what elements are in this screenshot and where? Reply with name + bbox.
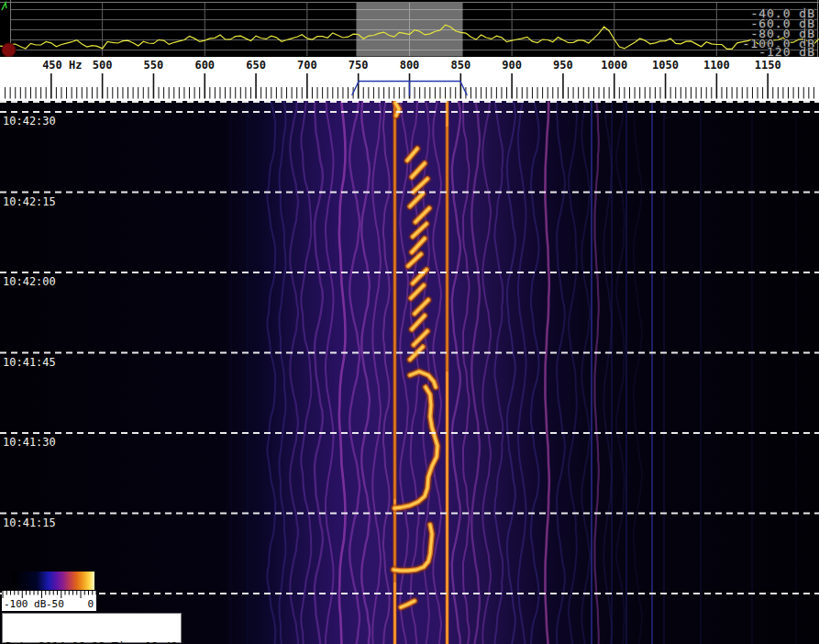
svg-text:-120 dB: -120 dB: [758, 45, 815, 58]
svg-text:1150: 1150: [755, 59, 781, 72]
status-date-time: Date=2014-06-29 Time=08:42: [6, 640, 179, 644]
color-scale-ruler: -100 dB -50 0: [2, 591, 96, 611]
frequency-ruler[interactable]: 450 Hz5005506006507007508008509009501000…: [0, 57, 819, 101]
record-indicator-dot: [2, 43, 16, 57]
svg-text:10:41:30: 10:41:30: [3, 436, 56, 449]
svg-text:650: 650: [246, 59, 266, 72]
status-box: Date=2014-06-29 Time=08:42 Freq= 400...1…: [2, 613, 182, 643]
svg-text:1100: 1100: [703, 59, 730, 72]
svg-text:700: 700: [297, 59, 317, 72]
svg-text:10:42:15: 10:42:15: [3, 195, 56, 208]
svg-text:450 Hz: 450 Hz: [42, 59, 82, 72]
svg-text:800: 800: [400, 59, 420, 72]
svg-text:550: 550: [144, 59, 164, 72]
svg-text:600: 600: [194, 59, 215, 72]
svg-text:950: 950: [553, 59, 573, 72]
svg-text:10:41:45: 10:41:45: [3, 356, 56, 369]
db-axis-labels: -40.0 dB-60.0 dB-80.0 dB-100.0 dB-120 dB: [743, 6, 815, 57]
svg-text:900: 900: [502, 59, 522, 72]
svg-text:1000: 1000: [601, 59, 627, 72]
scale-label-mid: -50: [46, 599, 64, 610]
waterfall-display[interactable]: 10:42:3010:42:1510:42:0010:41:4510:41:30…: [0, 101, 819, 644]
svg-text:10:42:00: 10:42:00: [3, 275, 56, 288]
svg-text:10:42:30: 10:42:30: [3, 115, 56, 128]
scale-label-min: -100 dB: [4, 599, 46, 610]
spectrum-graph-panel[interactable]: -40.0 dB-60.0 dB-80.0 dB-100.0 dB-120 dB: [0, 0, 819, 57]
svg-text:10:41:15: 10:41:15: [3, 516, 56, 529]
spectrum-lab-window: -40.0 dB-60.0 dB-80.0 dB-100.0 dB-120 dB…: [0, 0, 819, 644]
svg-text:850: 850: [450, 59, 470, 72]
color-scale-gradient-bar: [12, 572, 94, 590]
ruler-labels: 450 Hz5005506006507007508008509009501000…: [42, 59, 781, 72]
scale-label-max: 0: [87, 599, 94, 610]
svg-text:750: 750: [349, 59, 369, 72]
svg-text:1050: 1050: [652, 59, 679, 72]
svg-text:500: 500: [93, 59, 113, 72]
